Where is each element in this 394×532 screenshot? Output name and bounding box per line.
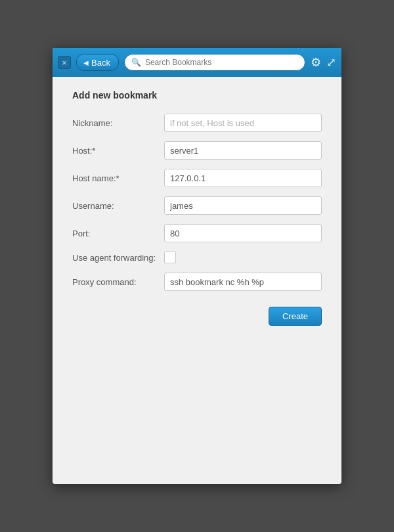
username-label: Username:	[72, 201, 164, 211]
hostname-label: Host name:*	[72, 173, 164, 183]
back-button[interactable]: Back	[76, 54, 119, 71]
main-window: × Back 🔍 ⚙ ⤢ Add new bookmark Nickname: …	[53, 48, 341, 484]
button-row: Create	[72, 300, 322, 326]
expand-icon[interactable]: ⤢	[326, 55, 336, 70]
port-label: Port:	[72, 229, 164, 238]
nickname-label: Nickname:	[72, 118, 164, 128]
titlebar: × Back 🔍 ⚙ ⤢	[53, 48, 341, 77]
port-field[interactable]	[164, 224, 322, 242]
username-row: Username:	[72, 196, 322, 215]
search-bar: 🔍	[124, 54, 305, 71]
agent-forwarding-row: Use agent forwarding:	[72, 252, 322, 263]
nickname-row: Nickname:	[72, 114, 322, 132]
nickname-field[interactable]	[164, 114, 322, 132]
form-content: Add new bookmark Nickname: Host:* Host n…	[53, 77, 341, 484]
port-row: Port:	[72, 224, 322, 242]
search-input[interactable]	[145, 58, 298, 67]
proxy-command-row: Proxy command:	[72, 273, 322, 291]
proxy-command-field[interactable]	[164, 273, 322, 291]
hostname-field[interactable]	[164, 169, 322, 187]
search-icon: 🔍	[131, 58, 141, 67]
host-row: Host:*	[72, 141, 322, 160]
create-button[interactable]: Create	[269, 307, 322, 326]
proxy-command-label: Proxy command:	[72, 277, 164, 287]
agent-forwarding-label: Use agent forwarding:	[72, 253, 164, 263]
agent-forwarding-checkbox[interactable]	[164, 252, 176, 263]
host-label: Host:*	[72, 146, 164, 156]
host-field[interactable]	[164, 141, 322, 160]
close-button[interactable]: ×	[58, 56, 71, 69]
gear-icon[interactable]: ⚙	[311, 55, 321, 70]
form-title: Add new bookmark	[72, 90, 322, 100]
username-field[interactable]	[164, 196, 322, 215]
hostname-row: Host name:*	[72, 169, 322, 187]
